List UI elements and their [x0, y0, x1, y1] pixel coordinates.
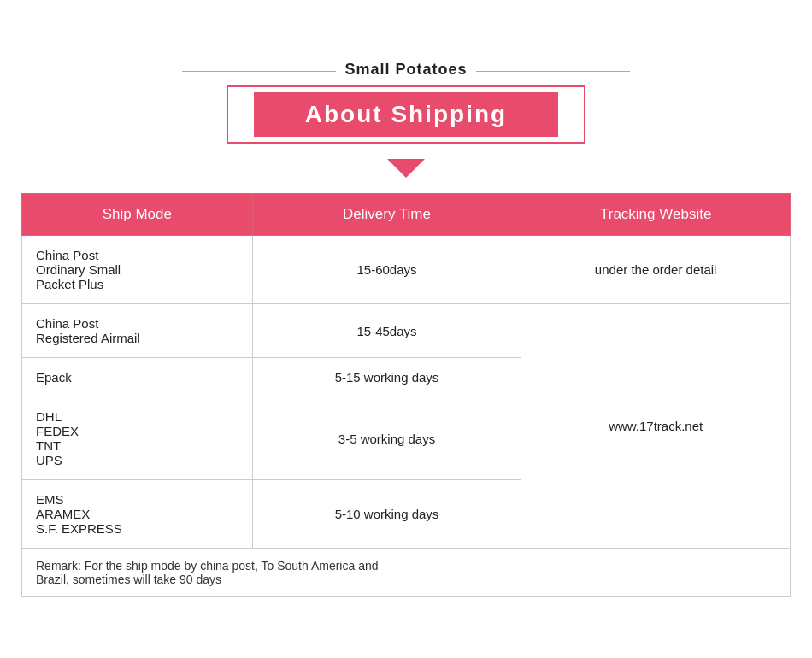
ship-mode-cell: Epack — [22, 358, 253, 397]
col-header-delivery-time: Delivery Time — [252, 194, 521, 236]
header: Small Potatoes About Shipping — [21, 61, 791, 144]
ship-mode-cell: EMSARAMEXS.F. EXPRESS — [22, 480, 253, 549]
tracking-website-cell-shared: www.17track.net — [521, 304, 791, 549]
brand-line-left — [182, 71, 336, 72]
remark-row: Remark: For the ship mode by china post,… — [22, 549, 791, 597]
brand-name: Small Potatoes — [344, 61, 467, 79]
shipping-table: Ship Mode Delivery Time Tracking Website… — [21, 193, 791, 597]
ship-mode-cell: DHLFEDEXTNTUPS — [22, 397, 253, 480]
col-header-ship-mode: Ship Mode — [22, 194, 253, 236]
table-row: China PostRegistered Airmail 15-45days w… — [22, 304, 791, 358]
ship-mode-cell: China PostOrdinary SmallPacket Plus — [22, 236, 253, 304]
delivery-time-cell: 5-15 working days — [252, 358, 521, 397]
remark-cell: Remark: For the ship mode by china post,… — [22, 549, 791, 597]
delivery-time-cell: 3-5 working days — [252, 397, 521, 480]
tracking-website-cell: under the order detail — [521, 236, 791, 304]
table-row: China PostOrdinary SmallPacket Plus 15-6… — [22, 236, 791, 304]
page-wrapper: Small Potatoes About Shipping Ship Mode … — [21, 44, 791, 614]
header-title: About Shipping — [254, 92, 558, 137]
chevron-icon — [387, 159, 425, 178]
delivery-time-cell: 5-10 working days — [252, 480, 521, 549]
table-header-row: Ship Mode Delivery Time Tracking Website — [22, 194, 791, 236]
brand-line-right — [476, 71, 630, 72]
ship-mode-cell: China PostRegistered Airmail — [22, 304, 253, 358]
delivery-time-cell: 15-60days — [252, 236, 521, 304]
brand-wrapper: Small Potatoes — [21, 61, 791, 82]
chevron-wrapper — [21, 159, 791, 181]
delivery-time-cell: 15-45days — [252, 304, 521, 358]
header-box: About Shipping — [227, 85, 585, 144]
col-header-tracking-website: Tracking Website — [521, 194, 791, 236]
